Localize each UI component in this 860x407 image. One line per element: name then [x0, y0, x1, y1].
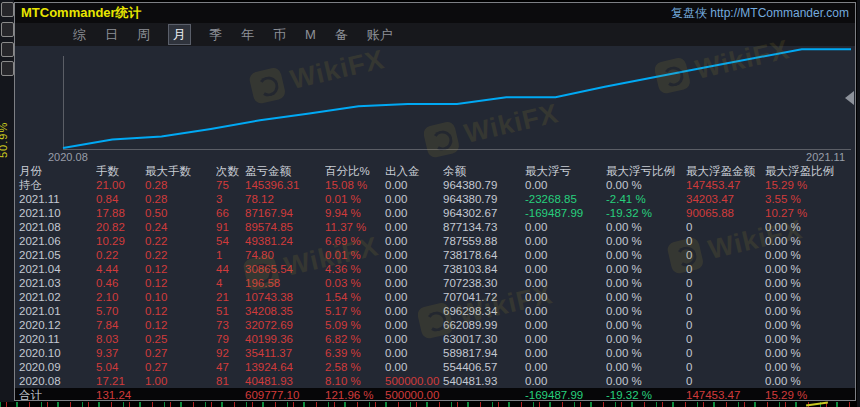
title-bar[interactable]: MTCommander统计 复盘侠 http://MTCommander.com	[15, 3, 855, 23]
cell: 0.00	[385, 346, 443, 360]
cell: 7.84	[96, 318, 145, 332]
cell: 0.00	[525, 220, 606, 234]
total-row[interactable]: 合计131.24609777.10121.96 %500000.00-16948…	[15, 388, 855, 400]
menu-item-1[interactable]: 综	[73, 26, 86, 43]
column-header: 最大手数	[145, 164, 216, 178]
menu-item-3[interactable]: 周	[137, 26, 150, 43]
menu-bar: 综日周月季年币M备账户	[15, 23, 855, 47]
table-row[interactable]: 持仓21.000.2875145396.3115.08 %0.00964380.…	[15, 178, 855, 192]
cell: 0.00 %	[765, 248, 855, 262]
background-toolbar-icon	[1, 61, 14, 76]
cell: 90065.88	[686, 206, 765, 220]
cell: 3	[216, 192, 245, 206]
cell: -169487.99	[525, 388, 606, 400]
cell: 5.70	[96, 304, 145, 318]
table-row[interactable]: 2020.0817.211.008140481.938.10 %500000.0…	[15, 374, 855, 388]
cell: 34208.35	[245, 304, 325, 318]
cell: 4	[216, 276, 245, 290]
cell: 0.00 %	[606, 220, 686, 234]
background-window-edge: 50.9%	[0, 0, 14, 407]
cell: 4.44	[96, 262, 145, 276]
cell: 0.24	[145, 220, 216, 234]
table-row[interactable]: 2021.0820.820.249189574.8511.37 %0.00877…	[15, 220, 855, 234]
cell: 2021.01	[15, 304, 96, 318]
cell: 75	[216, 178, 245, 192]
cell: 630017.30	[443, 332, 525, 346]
cell: 3.55 %	[765, 192, 855, 206]
cell: 51	[216, 304, 245, 318]
cell: 87167.94	[245, 206, 325, 220]
table-row[interactable]: 2021.022.100.102110743.381.54 %0.0070704…	[15, 290, 855, 304]
cell: 2020.10	[15, 346, 96, 360]
cell: 0	[686, 276, 765, 290]
table-row[interactable]: 2020.118.030.257940199.366.82 %0.0063001…	[15, 332, 855, 346]
table-row[interactable]: 2021.044.440.124430865.544.36 %0.0073810…	[15, 262, 855, 276]
table-header-row: 月份手数最大手数次数盈亏金额百分比%出入金余额最大浮亏最大浮亏比例最大浮盈金额最…	[15, 164, 855, 178]
cell: 0.12	[145, 276, 216, 290]
cell: 8.03	[96, 332, 145, 346]
menu-item-9[interactable]: 备	[335, 26, 348, 43]
cell: 145396.31	[245, 178, 325, 192]
table-row[interactable]: 2021.030.460.124196.580.03 %0.00707238.3…	[15, 276, 855, 290]
table-row[interactable]: 2021.0610.290.225449381.246.69 %0.007875…	[15, 234, 855, 248]
collapse-arrow-icon[interactable]	[845, 91, 854, 105]
menu-item-10[interactable]: 账户	[367, 26, 393, 43]
cell: 0.28	[145, 178, 216, 192]
cell: 0.00 %	[765, 304, 855, 318]
menu-item-7[interactable]: 币	[273, 26, 286, 43]
cell: 0.00 %	[606, 318, 686, 332]
cell	[145, 388, 216, 400]
cell: 2021.10	[15, 206, 96, 220]
column-header: 百分比%	[325, 164, 385, 178]
cell: 0.00	[385, 262, 443, 276]
window-title: MTCommander统计	[21, 4, 142, 22]
cell: 0.00	[525, 248, 606, 262]
equity-curve	[15, 46, 855, 165]
table-row[interactable]: 2021.1017.880.506687167.949.94 %0.009643…	[15, 206, 855, 220]
cell: 66	[216, 206, 245, 220]
menu-item-8[interactable]: M	[305, 26, 316, 43]
menu-item-6[interactable]: 年	[241, 26, 254, 43]
cell: 0.00 %	[606, 374, 686, 388]
cell: 5.04	[96, 360, 145, 374]
x-axis-end-label: 2021.11	[806, 151, 845, 163]
cell: 589817.94	[443, 346, 525, 360]
cell: 0.00 %	[765, 220, 855, 234]
cell: 0	[686, 360, 765, 374]
table-row[interactable]: 2020.109.370.279235411.376.39 %0.0058981…	[15, 346, 855, 360]
background-vertical-label: 50.9%	[0, 122, 9, 158]
cell: 964380.79	[443, 178, 525, 192]
table-row[interactable]: 2020.127.840.127332072.695.09 %0.0066208…	[15, 318, 855, 332]
cell: 0.00 %	[606, 304, 686, 318]
cell: 0.00 %	[606, 360, 686, 374]
cell: 9.37	[96, 346, 145, 360]
cell: 9.94 %	[325, 206, 385, 220]
menu-item-4[interactable]: 月	[169, 25, 190, 44]
column-header: 最大浮盈比例	[765, 164, 855, 178]
menu-item-5[interactable]: 季	[209, 26, 222, 43]
cell: 0	[686, 318, 765, 332]
cell: 54	[216, 234, 245, 248]
cell: 2020.08	[15, 374, 96, 388]
cell: -2.41 %	[606, 192, 686, 206]
table-row[interactable]: 2021.015.700.125134208.355.17 %0.0069629…	[15, 304, 855, 318]
menu-item-2[interactable]: 日	[105, 26, 118, 43]
cell: 0	[686, 304, 765, 318]
table-row[interactable]: 2021.110.840.28378.120.01 %0.00964380.79…	[15, 192, 855, 206]
cell: -23268.85	[525, 192, 606, 206]
cell: 609777.10	[245, 388, 325, 400]
cell: 0.00 %	[765, 332, 855, 346]
cell: 0.00 %	[765, 234, 855, 248]
cell: 0.00 %	[606, 276, 686, 290]
table-row[interactable]: 2020.095.040.274713924.642.58 %0.0055440…	[15, 360, 855, 374]
cell: 4.36 %	[325, 262, 385, 276]
brand-link[interactable]: 复盘侠 http://MTCommander.com	[671, 5, 849, 22]
cell: 0.00	[385, 192, 443, 206]
cell: 10.27 %	[765, 206, 855, 220]
cell: 0.00 %	[606, 332, 686, 346]
table-row[interactable]: 2021.050.220.22174.800.01 %0.00738178.64…	[15, 248, 855, 262]
column-header: 最大浮盈金额	[686, 164, 765, 178]
cell: 0.00 %	[765, 318, 855, 332]
cell: 2020.11	[15, 332, 96, 346]
cell: 2021.06	[15, 234, 96, 248]
